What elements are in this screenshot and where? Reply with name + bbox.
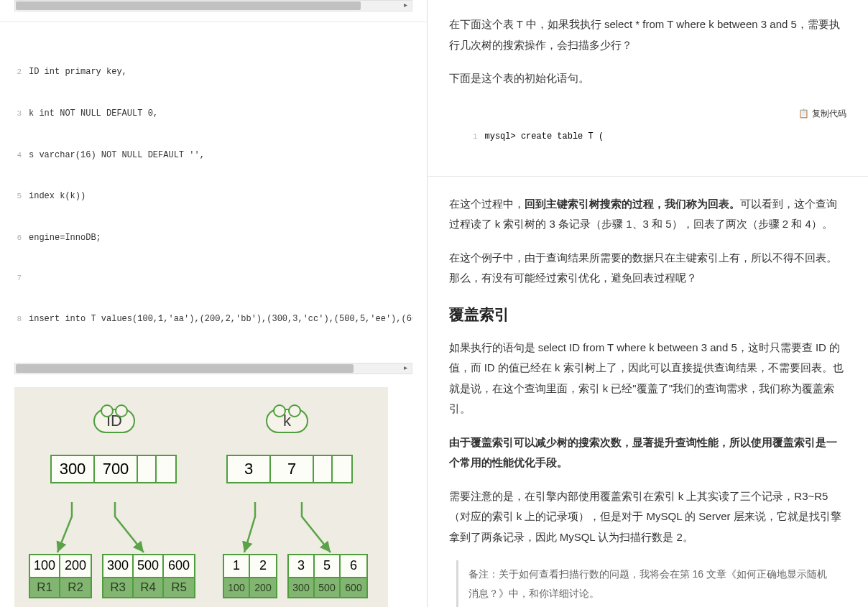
node-cell: 300 bbox=[52, 456, 95, 482]
code-text: index k(k)) bbox=[29, 190, 86, 203]
line-number: 4 bbox=[14, 149, 29, 162]
leaf-cell: 3 bbox=[289, 555, 315, 577]
line-number: 1 bbox=[471, 132, 485, 141]
copy-label: 复制代码 bbox=[812, 108, 846, 120]
k-cloud-label: k bbox=[266, 409, 308, 433]
node-cell-empty bbox=[314, 456, 333, 482]
blockquote-note: 备注：关于如何查看扫描行数的问题，我将会在第 16 文章《如何正确地显示随机消息… bbox=[456, 560, 847, 607]
node-cell-empty bbox=[157, 456, 175, 482]
leaf-cell: 6 bbox=[341, 555, 366, 577]
code-text: engine=InnoDB; bbox=[29, 231, 101, 245]
scroll-right-arrow[interactable]: ▸ bbox=[402, 363, 410, 371]
leaf-cell: 500 bbox=[315, 578, 341, 597]
right-code-block: 1 mysql> create table T ( bbox=[449, 126, 847, 163]
divider bbox=[428, 176, 869, 177]
leaf-cell: 600 bbox=[341, 578, 366, 597]
scrollbar-top[interactable]: ▸ bbox=[14, 0, 412, 11]
leaf-cell: 100 bbox=[30, 555, 60, 577]
id-leaf-nodes: 100 200 R1 R2 300 500 600 R3 R4 R5 bbox=[29, 554, 195, 598]
line-number: 6 bbox=[14, 232, 29, 245]
line-number: 7 bbox=[14, 272, 29, 285]
paragraph: 在下面这个表 T 中，如果我执行 select * from T where k… bbox=[449, 14, 847, 55]
code-text: mysql> create table T ( bbox=[485, 131, 604, 142]
code-text: insert into T values(100,1,'aa'),(200,2,… bbox=[29, 312, 412, 326]
leaf-cell: R5 bbox=[164, 578, 194, 597]
leaf-cell: R3 bbox=[103, 578, 134, 597]
section-heading: 覆盖索引 bbox=[449, 305, 847, 325]
paragraph: 如果执行的语句是 select ID from T where k betwee… bbox=[449, 338, 847, 420]
leaf-cell: 500 bbox=[134, 555, 164, 577]
leaf-cell: R4 bbox=[134, 578, 164, 597]
id-tree: ID 300 700 bbox=[36, 409, 177, 483]
paragraph: 在这个例子中，由于查询结果所需要的数据只在主键索引上有，所以不得不回表。那么，有… bbox=[449, 248, 847, 289]
leaf-cell: 300 bbox=[289, 578, 315, 597]
node-cell-empty bbox=[138, 456, 157, 482]
k-internal-node: 3 7 bbox=[226, 455, 353, 483]
leaf-cell: 100 bbox=[224, 578, 250, 597]
index-tree-diagram: ID 300 700 k 3 7 bbox=[14, 387, 388, 607]
copy-icon: 📋 bbox=[798, 108, 809, 119]
code-text: k int NOT NULL DEFAULT 0, bbox=[29, 107, 158, 121]
code-text: s varchar(16) NOT NULL DEFAULT '', bbox=[29, 149, 205, 162]
line-number: 3 bbox=[14, 108, 29, 121]
scrollbar-thumb[interactable] bbox=[16, 1, 361, 10]
leaf-cell: 5 bbox=[315, 555, 341, 577]
node-cell-empty bbox=[333, 456, 351, 482]
paragraph: 下面是这个表的初始化语句。 bbox=[449, 68, 847, 89]
divider bbox=[0, 22, 427, 22]
id-cloud-label: ID bbox=[93, 409, 135, 433]
leaf-cell: R1 bbox=[30, 578, 60, 597]
paragraph: 在这个过程中，回到主键索引树搜索的过程，我们称为回表。可以看到，这个查询过程读了… bbox=[449, 194, 847, 235]
line-number: 8 bbox=[14, 313, 29, 326]
left-pane: ▸ 2ID int primary key, 3k int NOT NULL D… bbox=[0, 0, 428, 607]
k-tree: k 3 7 bbox=[223, 409, 353, 483]
leaf-cell: 600 bbox=[164, 555, 194, 577]
node-cell: 3 bbox=[228, 456, 271, 482]
leaf-cell: 300 bbox=[103, 555, 134, 577]
code-text: ID int primary key, bbox=[29, 65, 127, 79]
text: 在这个过程中， bbox=[449, 198, 525, 210]
id-internal-node: 300 700 bbox=[50, 455, 177, 483]
line-number: 5 bbox=[14, 190, 29, 203]
sql-code-block: 2ID int primary key, 3k int NOT NULL DEF… bbox=[14, 35, 412, 357]
scrollbar-code[interactable]: ▸ bbox=[14, 363, 412, 374]
leaf-cell: 1 bbox=[224, 555, 250, 577]
line-number: 2 bbox=[14, 66, 29, 79]
copy-code-button[interactable]: 📋 复制代码 bbox=[798, 108, 846, 120]
leaf-cell: 200 bbox=[60, 555, 91, 577]
bold-text: 回到主键索引树搜索的过程，我们称为回表。 bbox=[525, 198, 740, 210]
leaf-cell: 2 bbox=[250, 555, 276, 577]
k-leaf-nodes: 1 2 100 200 3 5 6 300 500 600 bbox=[223, 554, 368, 598]
right-pane: 在下面这个表 T 中，如果我执行 select * from T where k… bbox=[428, 0, 869, 607]
node-cell: 700 bbox=[95, 456, 138, 482]
leaf-cell: R2 bbox=[60, 578, 91, 597]
paragraph: 由于覆盖索引可以减少树的搜索次数，显著提升查询性能，所以使用覆盖索引是一个常用的… bbox=[449, 432, 847, 473]
paragraph: 需要注意的是，在引擎内部使用覆盖索引在索引 k 上其实读了三个记录，R3~R5（… bbox=[449, 486, 847, 548]
node-cell: 7 bbox=[271, 456, 314, 482]
leaf-cell: 200 bbox=[250, 578, 276, 597]
bold-text: 由于覆盖索引可以减少树的搜索次数，显著提升查询性能，所以使用覆盖索引是一个常用的… bbox=[449, 436, 837, 469]
scrollbar-thumb[interactable] bbox=[16, 364, 354, 373]
scroll-right-arrow[interactable]: ▸ bbox=[402, 1, 410, 9]
